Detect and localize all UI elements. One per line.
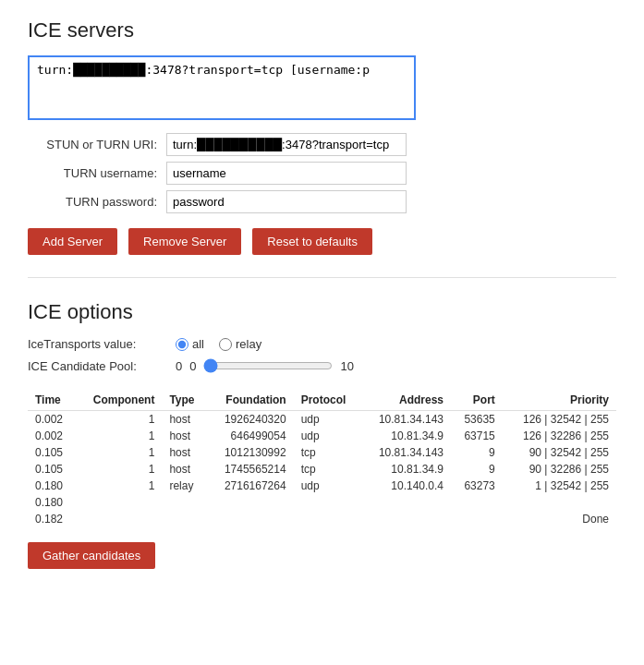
radio-all-input[interactable] bbox=[176, 338, 188, 351]
ice-options-section: ICE options IceTransports value: all rel… bbox=[28, 300, 616, 373]
table-cell: 0.182 bbox=[28, 511, 76, 527]
table-cell: 126 | 32286 | 255 bbox=[503, 428, 616, 444]
table-cell: 1 bbox=[76, 461, 162, 478]
table-cell: 126 | 32542 | 255 bbox=[503, 411, 616, 429]
stun-turn-row: STUN or TURN URI: bbox=[28, 133, 616, 156]
radio-relay[interactable]: relay bbox=[219, 337, 261, 351]
pool-slider[interactable] bbox=[203, 358, 333, 373]
add-server-button[interactable]: Add Server bbox=[28, 228, 117, 255]
transports-label: IceTransports value: bbox=[28, 337, 176, 351]
table-cell: 1012130992 bbox=[207, 444, 294, 461]
table-cell bbox=[294, 511, 361, 527]
table-cell bbox=[361, 511, 451, 527]
table-cell: relay bbox=[162, 478, 207, 494]
transports-row: IceTransports value: all relay bbox=[28, 337, 616, 351]
col-address: Address bbox=[361, 392, 451, 411]
section-divider bbox=[28, 277, 616, 278]
table-cell: host bbox=[162, 444, 207, 461]
col-time: Time bbox=[28, 392, 76, 411]
table-cell bbox=[451, 494, 503, 511]
col-protocol: Protocol bbox=[294, 392, 361, 411]
server-list-textarea[interactable]: turn:██████████:3478?transport=tcp [user… bbox=[28, 55, 416, 120]
candidates-table-head: Time Component Type Foundation Protocol … bbox=[28, 392, 616, 411]
table-row: 0.1051host1745565214tcp10.81.34.9990 | 3… bbox=[28, 461, 616, 478]
turn-password-label: TURN password: bbox=[28, 195, 166, 209]
table-cell bbox=[207, 494, 294, 511]
gather-candidates-button[interactable]: Gather candidates bbox=[28, 542, 155, 569]
radio-all[interactable]: all bbox=[176, 337, 204, 351]
table-cell: 63273 bbox=[451, 478, 503, 494]
table-cell bbox=[207, 511, 294, 527]
table-cell: 9 bbox=[451, 461, 503, 478]
reset-defaults-button[interactable]: Reset to defaults bbox=[252, 228, 372, 255]
table-cell: 1745565214 bbox=[207, 461, 294, 478]
table-cell bbox=[294, 494, 361, 511]
table-cell: udp bbox=[294, 411, 361, 429]
table-header-row: Time Component Type Foundation Protocol … bbox=[28, 392, 616, 411]
stun-turn-label: STUN or TURN URI: bbox=[28, 138, 166, 151]
table-cell: 1 bbox=[76, 478, 162, 494]
table-row: 0.182Done bbox=[28, 511, 616, 527]
ice-servers-title: ICE servers bbox=[28, 18, 616, 42]
turn-password-input[interactable] bbox=[166, 190, 407, 213]
table-cell: 0.180 bbox=[28, 478, 76, 494]
candidates-tbody: 0.0021host1926240320udp10.81.34.14353635… bbox=[28, 411, 616, 528]
table-cell: host bbox=[162, 461, 207, 478]
table-cell: 90 | 32286 | 255 bbox=[503, 461, 616, 478]
col-component: Component bbox=[76, 392, 162, 411]
table-cell: 1 | 32542 | 255 bbox=[503, 478, 616, 494]
col-foundation: Foundation bbox=[207, 392, 294, 411]
candidates-table: Time Component Type Foundation Protocol … bbox=[28, 392, 616, 527]
table-cell: 1 bbox=[76, 411, 162, 429]
pool-max-label: 10 bbox=[340, 359, 353, 373]
table-cell bbox=[361, 494, 451, 511]
table-cell bbox=[451, 511, 503, 527]
table-row: 0.1801relay2716167264udp10.140.0.4632731… bbox=[28, 478, 616, 494]
table-cell bbox=[162, 494, 207, 511]
table-cell: 90 | 32542 | 255 bbox=[503, 444, 616, 461]
table-row: 0.0021host646499054udp10.81.34.963715126… bbox=[28, 428, 616, 444]
table-cell bbox=[162, 511, 207, 527]
table-cell bbox=[76, 494, 162, 511]
pool-slider-group: 0 0 10 bbox=[176, 358, 354, 373]
table-cell bbox=[503, 494, 616, 511]
turn-username-label: TURN username: bbox=[28, 166, 166, 180]
table-cell: 1926240320 bbox=[207, 411, 294, 429]
radio-all-label: all bbox=[192, 337, 204, 351]
transports-radio-group: all relay bbox=[176, 337, 261, 351]
table-cell: 0.002 bbox=[28, 428, 76, 444]
table-row: 0.180 bbox=[28, 494, 616, 511]
table-cell: 53635 bbox=[451, 411, 503, 429]
turn-username-row: TURN username: bbox=[28, 162, 616, 185]
table-cell: host bbox=[162, 428, 207, 444]
table-cell: 646499054 bbox=[207, 428, 294, 444]
turn-username-input[interactable] bbox=[166, 162, 407, 185]
table-cell: 2716167264 bbox=[207, 478, 294, 494]
table-cell: 63715 bbox=[451, 428, 503, 444]
table-cell: 10.81.34.143 bbox=[361, 411, 451, 429]
col-port: Port bbox=[451, 392, 503, 411]
table-cell: 1 bbox=[76, 428, 162, 444]
ice-servers-section: ICE servers turn:██████████:3478?transpo… bbox=[28, 18, 616, 255]
radio-relay-label: relay bbox=[236, 337, 261, 351]
table-cell: host bbox=[162, 411, 207, 429]
ice-options-title: ICE options bbox=[28, 300, 616, 324]
col-priority: Priority bbox=[503, 392, 616, 411]
radio-relay-input[interactable] bbox=[219, 338, 232, 351]
pool-min-label: 0 bbox=[176, 359, 182, 373]
server-button-row: Add Server Remove Server Reset to defaul… bbox=[28, 228, 616, 255]
candidates-table-wrapper: Time Component Type Foundation Protocol … bbox=[28, 392, 616, 527]
table-cell: tcp bbox=[294, 461, 361, 478]
table-row: 0.0021host1926240320udp10.81.34.14353635… bbox=[28, 411, 616, 429]
remove-server-button[interactable]: Remove Server bbox=[128, 228, 241, 255]
stun-turn-input[interactable] bbox=[166, 133, 407, 156]
table-cell: udp bbox=[294, 478, 361, 494]
col-type: Type bbox=[162, 392, 207, 411]
table-cell: 0.180 bbox=[28, 494, 76, 511]
table-cell bbox=[76, 511, 162, 527]
table-cell: 10.81.34.9 bbox=[361, 461, 451, 478]
table-cell: tcp bbox=[294, 444, 361, 461]
pool-row: ICE Candidate Pool: 0 0 10 bbox=[28, 358, 616, 373]
table-cell: 0.105 bbox=[28, 461, 76, 478]
table-cell: 0.105 bbox=[28, 444, 76, 461]
